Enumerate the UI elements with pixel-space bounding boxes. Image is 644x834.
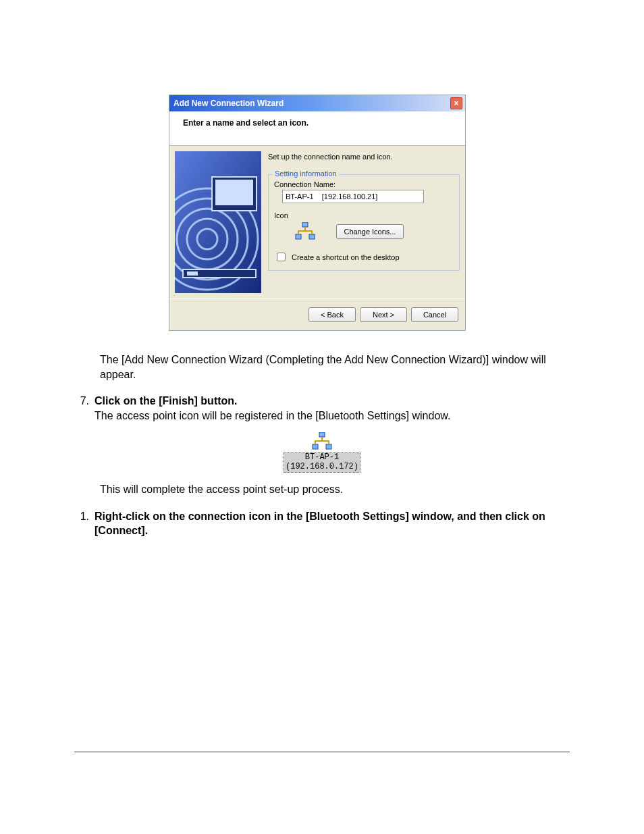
connection-name-label: Connection Name: xyxy=(274,180,454,188)
step-title: Right-click on the connection icon in th… xyxy=(95,511,545,537)
svg-rect-13 xyxy=(319,432,325,437)
instruction-text: Set up the connection name and icon. xyxy=(268,153,460,161)
network-icon xyxy=(294,222,316,241)
desktop-shortcut-label: Create a shortcut on the desktop xyxy=(292,253,400,261)
paragraph: The [Add New Connection Wizard (Completi… xyxy=(100,353,570,382)
step-number: 7. xyxy=(74,394,89,423)
step-title: Click on the [Finish] button. xyxy=(95,395,238,407)
svg-rect-9 xyxy=(187,271,198,276)
registered-ip: (192.168.0.172) xyxy=(286,462,358,471)
wizard-dialog: Add New Connection Wizard × Enter a name… xyxy=(169,95,466,331)
svg-rect-10 xyxy=(302,222,308,227)
next-button[interactable]: Next > xyxy=(360,307,407,322)
window-title: Add New Connection Wizard xyxy=(173,99,284,108)
close-icon[interactable]: × xyxy=(450,97,462,109)
connection-name-input[interactable] xyxy=(282,190,424,203)
wizard-header: Enter a name and select an icon. xyxy=(169,111,465,146)
paragraph: This will complete the access point set-… xyxy=(100,482,570,497)
registered-name: BT-AP-1 xyxy=(305,452,339,462)
svg-rect-11 xyxy=(296,234,301,239)
network-icon xyxy=(311,432,333,451)
cancel-button[interactable]: Cancel xyxy=(411,307,458,322)
desktop-shortcut-option[interactable]: Create a shortcut on the desktop xyxy=(274,251,454,263)
desktop-shortcut-checkbox[interactable] xyxy=(277,253,286,261)
svg-rect-14 xyxy=(313,444,318,449)
svg-rect-7 xyxy=(215,180,253,205)
wizard-illustration xyxy=(175,151,261,293)
back-button[interactable]: < Back xyxy=(308,307,356,322)
wizard-footer: < Back Next > Cancel xyxy=(169,298,465,330)
fieldset-legend: Setting information xyxy=(273,170,339,178)
svg-rect-15 xyxy=(326,444,331,449)
setting-information-group: Setting information Connection Name: Ico… xyxy=(268,174,460,271)
icon-label: Icon xyxy=(274,211,454,219)
registered-icon: BT-AP-1 (192.168.0.172) xyxy=(278,432,366,473)
step-body-text: The access point icon will be registered… xyxy=(95,410,450,421)
page-divider xyxy=(74,752,570,752)
svg-rect-12 xyxy=(309,234,315,239)
titlebar: Add New Connection Wizard × xyxy=(169,95,465,111)
step-number: 1. xyxy=(74,509,89,538)
change-icons-button[interactable]: Change Icons... xyxy=(336,224,404,239)
